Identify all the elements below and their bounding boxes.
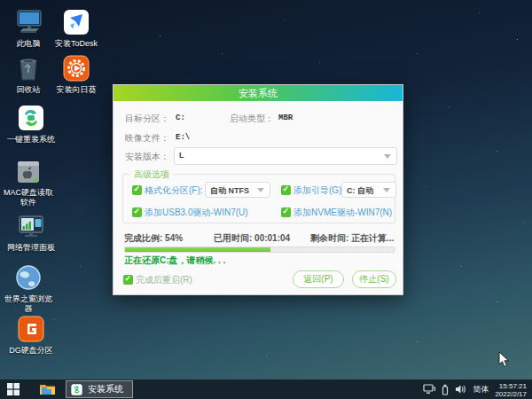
format-mode-select[interactable]: 自动 NTFS: [205, 182, 270, 198]
tray-time: 15:57:21: [495, 382, 527, 390]
mouse-cursor: [498, 351, 510, 368]
chevron-down-icon: [257, 188, 264, 192]
target-partition-label: 目标分区：: [125, 113, 169, 125]
checkbox-checked-icon: [281, 185, 291, 195]
windows-logo-icon: [7, 383, 20, 395]
format-partition-label: 格式化分区(F):: [145, 185, 203, 195]
usb3-driver-checkbox[interactable]: 添加USB3.0驱动-WIN7(U): [132, 207, 248, 219]
add-boot-select[interactable]: C: 自动: [341, 182, 396, 198]
chevron-down-icon: [383, 188, 390, 192]
onekey-reinstall-icon: [70, 383, 83, 396]
nvme-driver-label: 添加NVME驱动-WIN7(N): [293, 207, 392, 217]
sunflower-icon: [61, 53, 91, 83]
desktop-icon-world-browser[interactable]: 世界之窗浏览器: [4, 262, 53, 314]
desktop-icon-onekey-reinstall[interactable]: 一键重装系统: [4, 103, 59, 145]
tray-clock[interactable]: 15:57:21 2022/2/17: [495, 380, 527, 398]
taskbar-task-install-system[interactable]: 安装系统: [66, 380, 133, 398]
desktop-icon-dg-partition[interactable]: DG硬盘分区: [4, 314, 59, 356]
icon-label: 回收站: [4, 85, 53, 95]
network-panel-icon: [16, 211, 46, 241]
advanced-options-title: 高级选项: [130, 168, 173, 181]
dialog-titlebar[interactable]: 安装系统: [113, 85, 403, 101]
install-version-select[interactable]: L: [174, 147, 397, 165]
icon-label: 世界之窗浏览器: [4, 294, 53, 314]
icon-label: 此电脑: [4, 39, 53, 49]
progress-percent-label: 完成比例: 54%: [124, 232, 183, 245]
taskbar: 安装系统 简体 15:57:21 2022/2/17: [0, 379, 532, 399]
add-boot-value: C: 自动: [347, 185, 373, 197]
elapsed-time-label: 已用时间: 00:01:04: [214, 232, 290, 245]
desktop-icon-todesk[interactable]: 安装ToDesk: [51, 7, 101, 49]
advanced-options-group: 高级选项 格式化分区(F): 自动 NTFS 添加引导(G): C: 自动 添加…: [122, 174, 395, 223]
onekey-reinstall-icon: [16, 103, 46, 133]
icon-label: 安装ToDesk: [51, 39, 101, 49]
desktop-icon-this-pc[interactable]: 此电脑: [4, 7, 53, 49]
task-label: 安装系统: [88, 383, 123, 395]
add-boot-checkbox[interactable]: 添加引导(G):: [281, 184, 344, 197]
target-partition-value: C:: [176, 113, 185, 122]
globe-icon: [13, 262, 43, 293]
install-system-dialog: 安装系统 目标分区： C: 启动类型： MBR 映像文件： E:\ 安装版本： …: [113, 84, 403, 295]
checkbox-checked-icon: [132, 207, 142, 217]
mac-disk-icon: [13, 156, 43, 186]
ime-indicator[interactable]: 简体: [473, 384, 489, 395]
format-partition-checkbox[interactable]: 格式化分区(F):: [132, 184, 203, 197]
usb3-driver-label: 添加USB3.0驱动-WIN7(U): [145, 207, 248, 217]
format-mode-value: 自动 NTFS: [210, 185, 249, 197]
restore-status-text: 正在还原C:盘，请稍候. . .: [124, 254, 225, 267]
progress-bar: [124, 246, 395, 253]
todesk-icon: [61, 7, 91, 37]
recycle-bin-icon: [13, 53, 43, 83]
image-file-label: 映像文件：: [125, 132, 169, 145]
icon-label: 安装向日葵: [51, 85, 101, 95]
progress-fill: [125, 247, 270, 252]
file-explorer-button[interactable]: [34, 379, 60, 399]
boot-type-label: 启动类型：: [230, 113, 274, 125]
icon-label: 一键重装系统: [4, 135, 59, 145]
checkbox-checked-icon: [132, 185, 142, 195]
dialog-title: 安装系统: [239, 88, 278, 98]
checkbox-checked-icon: [281, 207, 291, 217]
remaining-time-label: 剩余时间: 正在计算...: [310, 232, 394, 245]
nvme-driver-checkbox[interactable]: 添加NVME驱动-WIN7(N): [281, 207, 392, 219]
image-file-value: E:\: [176, 133, 190, 142]
chevron-down-icon: [384, 154, 391, 159]
desktop-icon-mac-disk-reader[interactable]: MAC硬盘读取软件: [4, 156, 53, 207]
boot-type-value: MBR: [278, 113, 293, 122]
desktop: 此电脑 安装ToDesk 回收站 安装向日葵: [0, 0, 532, 399]
dg-partition-icon: [16, 314, 46, 344]
install-version-value: L: [179, 151, 184, 160]
restart-after-label: 完成后重启(R): [136, 275, 192, 285]
icon-label: 网络管理面板: [4, 243, 59, 253]
start-button[interactable]: [0, 379, 27, 399]
checkbox-checked-icon: [123, 275, 133, 285]
desktop-icon-network-panel[interactable]: 网络管理面板: [4, 211, 59, 253]
usb-device-icon[interactable]: [442, 384, 449, 395]
icon-label: DG硬盘分区: [4, 346, 59, 356]
speaker-icon[interactable]: [455, 384, 466, 395]
restart-after-checkbox[interactable]: 完成后重启(R): [123, 274, 192, 286]
icon-label: MAC硬盘读取软件: [4, 188, 53, 207]
back-button[interactable]: 返回(P): [293, 270, 344, 288]
install-version-label: 安装版本：: [125, 151, 169, 163]
star-field: [0, 0, 1, 1]
desktop-icon-sunflower[interactable]: 安装向日葵: [51, 53, 101, 95]
stop-button[interactable]: 停止(S): [352, 270, 396, 288]
add-boot-label: 添加引导(G):: [293, 185, 344, 195]
desktop-icon-recycle-bin[interactable]: 回收站: [4, 53, 53, 95]
network-icon[interactable]: [423, 384, 435, 395]
tray-date: 2022/2/17: [495, 390, 527, 398]
folder-icon: [40, 383, 55, 395]
system-tray: 简体 15:57:21 2022/2/17: [423, 380, 532, 398]
computer-icon: [13, 7, 43, 37]
